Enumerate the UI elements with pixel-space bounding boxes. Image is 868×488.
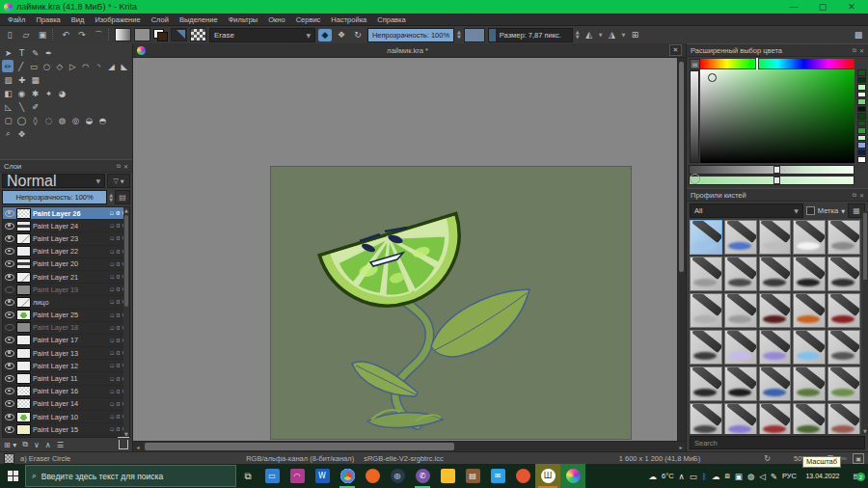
zoom-tool[interactable]: ⌕ bbox=[2, 127, 14, 140]
menu-item[interactable]: Выделение bbox=[179, 15, 218, 24]
wraparound-button[interactable]: ⊞ bbox=[628, 29, 641, 41]
layer-visibility-icon[interactable] bbox=[5, 260, 14, 267]
layer-lock-icon[interactable]: ▫ bbox=[110, 413, 114, 420]
color-swatch[interactable] bbox=[857, 121, 866, 127]
ellipse-select-tool[interactable]: ◯ bbox=[15, 114, 28, 126]
brush-preset-cell[interactable] bbox=[827, 293, 860, 328]
layer-row[interactable]: Paint Layer 4 ▫α⚙ bbox=[3, 436, 129, 438]
move-tool[interactable]: ✚ bbox=[15, 73, 28, 86]
brush-preset-combo[interactable]: Erase▼ bbox=[209, 28, 315, 42]
opacity-spinner[interactable]: ▲▼ bbox=[457, 30, 461, 40]
layer-row[interactable]: Paint Layer 12 ▫α⚙ bbox=[3, 360, 129, 372]
task-view-button[interactable]: ⧉ bbox=[236, 464, 259, 488]
layer-row[interactable]: Paint Layer 11 ▫α⚙ bbox=[3, 372, 129, 385]
mirror-horizontal-caret[interactable]: ▼ bbox=[599, 33, 603, 38]
pan-tool[interactable]: ✥ bbox=[15, 127, 28, 140]
color-swatch[interactable] bbox=[857, 84, 866, 91]
layer-visibility-icon[interactable] bbox=[5, 248, 14, 255]
brush-preset-cell[interactable] bbox=[724, 293, 757, 328]
value-slider-bar[interactable] bbox=[689, 165, 854, 175]
pattern-chooser[interactable] bbox=[134, 28, 150, 41]
layer-visibility-icon[interactable] bbox=[5, 235, 14, 242]
curve-option-button[interactable]: ⌒ bbox=[92, 29, 105, 41]
layer-row[interactable]: Paint Layer 10 ▫α⚙ bbox=[3, 411, 129, 423]
layer-lock-icon[interactable]: ▫ bbox=[110, 362, 114, 369]
tag-checkbox[interactable] bbox=[806, 206, 815, 215]
layer-lock-icon[interactable]: ▫ bbox=[110, 375, 114, 383]
brush-preset-cell[interactable] bbox=[724, 403, 757, 434]
move-layer-down-button[interactable]: ∨ bbox=[34, 441, 40, 449]
layer-alpha-icon[interactable]: α bbox=[116, 349, 120, 357]
saturation-value-square[interactable] bbox=[700, 69, 854, 163]
layer-row[interactable]: Paint Layer 16 ▫α⚙ bbox=[3, 386, 129, 398]
rect-select-tool[interactable]: ▢ bbox=[2, 114, 14, 126]
layer-lock-icon[interactable]: ▫ bbox=[110, 337, 114, 344]
menu-item[interactable]: Окно bbox=[268, 15, 285, 24]
pen-icon[interactable]: ✎ bbox=[771, 472, 777, 481]
edit-shapes-tool[interactable]: ✎ bbox=[29, 46, 41, 59]
layer-visibility-icon[interactable] bbox=[5, 363, 14, 369]
canvas-vertical-scrollbar[interactable] bbox=[677, 58, 686, 441]
brush-preset-cell[interactable] bbox=[690, 366, 722, 401]
color-history-toggle-icon[interactable]: ↻ bbox=[690, 174, 700, 184]
canvas-horizontal-scrollbar[interactable]: ◂ ▸ bbox=[133, 441, 686, 451]
brush-search-input[interactable]: Search bbox=[690, 436, 865, 449]
layer-visibility-icon[interactable] bbox=[5, 375, 14, 382]
blend-mode-combo[interactable]: Normal▼ bbox=[2, 174, 105, 188]
measure-tool[interactable]: ╲ bbox=[15, 100, 28, 113]
menu-item[interactable]: Справка bbox=[377, 15, 405, 24]
brush-preset-cell[interactable] bbox=[690, 330, 722, 365]
brush-preset-cell[interactable] bbox=[724, 220, 757, 255]
close-button[interactable]: ✕ bbox=[839, 2, 864, 12]
size-slider[interactable]: Размер: 7,87 пикс. bbox=[488, 28, 573, 42]
layer-visibility-icon[interactable] bbox=[5, 210, 14, 217]
brush-preset-cell[interactable] bbox=[724, 330, 757, 365]
mail-app[interactable]: ✉ bbox=[485, 464, 510, 488]
fg-bg-colors[interactable] bbox=[153, 29, 168, 41]
size-spinner[interactable]: ▲▼ bbox=[576, 30, 580, 40]
action-center-button[interactable]: ▤ 2 bbox=[849, 472, 864, 480]
tray-expand-icon[interactable]: ∧ bbox=[679, 472, 685, 481]
brush-preset-cell[interactable] bbox=[724, 366, 757, 401]
color-swatch[interactable] bbox=[857, 127, 866, 134]
minimize-button[interactable]: — bbox=[781, 2, 806, 12]
brush-preset-cell[interactable] bbox=[793, 293, 826, 328]
layer-alpha-icon[interactable]: α bbox=[116, 260, 120, 268]
layer-visibility-icon[interactable] bbox=[5, 388, 14, 394]
network-icon[interactable]: ◍ bbox=[747, 472, 754, 481]
layer-row[interactable]: Paint Layer 18 ▫α⚙ bbox=[3, 322, 129, 335]
layer-lock-icon[interactable]: ▫ bbox=[110, 388, 114, 395]
layer-row[interactable]: Paint Layer 26 ▫α⚙ bbox=[3, 207, 129, 220]
layer-alpha-icon[interactable]: α bbox=[116, 324, 120, 332]
brush-preset-cell[interactable] bbox=[827, 257, 860, 291]
colorize-mask-tool[interactable]: ✦ bbox=[42, 87, 55, 99]
menu-item[interactable]: Слой bbox=[151, 15, 169, 24]
menu-item[interactable]: Настройка bbox=[331, 15, 366, 24]
layer-lock-icon[interactable]: ▫ bbox=[110, 312, 114, 319]
crop-tool[interactable]: ▦ bbox=[29, 73, 41, 86]
color-picker-tool[interactable]: ◉ bbox=[15, 87, 28, 99]
reload-preset-button[interactable]: ↻ bbox=[351, 29, 365, 41]
layer-visibility-icon[interactable] bbox=[5, 414, 14, 420]
layer-alpha-icon[interactable]: α bbox=[116, 273, 120, 281]
close-docker-icon[interactable]: ✕ bbox=[123, 163, 128, 170]
orange-app-1[interactable] bbox=[360, 464, 385, 488]
color-swatch[interactable] bbox=[857, 77, 866, 84]
layer-lock-icon[interactable]: ▫ bbox=[110, 209, 114, 217]
hue-bar[interactable] bbox=[700, 59, 854, 68]
explorer-folder-app[interactable] bbox=[435, 464, 460, 488]
brush-grid-scrollbar[interactable]: ▼ bbox=[862, 211, 868, 434]
layer-row[interactable]: Paint Layer 19 ▫α⚙ bbox=[3, 284, 129, 296]
layer-alpha-icon[interactable]: α bbox=[116, 362, 120, 369]
calligraphy-tool[interactable]: ✒ bbox=[42, 46, 55, 59]
layer-alpha-icon[interactable]: α bbox=[116, 298, 120, 306]
document-close-button[interactable]: ✕ bbox=[669, 44, 682, 56]
duplicate-layer-button[interactable]: ⧉ bbox=[22, 440, 28, 449]
volume-icon[interactable]: ◁ bbox=[759, 472, 766, 481]
brush-preset-cell[interactable] bbox=[793, 257, 826, 291]
brush-preset-cell[interactable] bbox=[827, 366, 860, 401]
menu-item[interactable]: Сервис bbox=[296, 15, 321, 24]
layer-alpha-icon[interactable]: α bbox=[116, 413, 120, 420]
brush-preset-cell[interactable] bbox=[759, 366, 792, 401]
layer-alpha-icon[interactable]: α bbox=[116, 375, 120, 383]
